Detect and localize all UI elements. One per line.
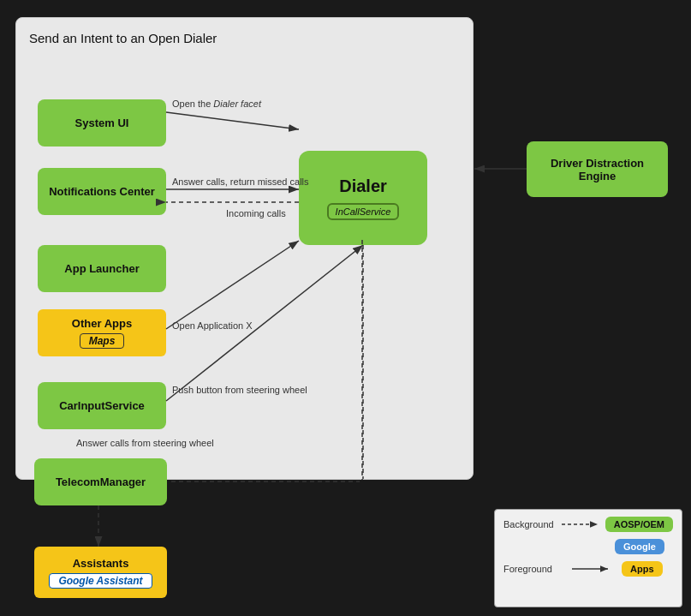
in-call-service-label: InCallService (327, 203, 400, 220)
answer-steering-label: Answer calls from steering wheel (76, 438, 214, 448)
telecom-box: TelecomManager (34, 458, 167, 505)
driver-distraction-box: Driver Distraction Engine (527, 141, 668, 197)
system-ui-box: System UI (38, 99, 166, 147)
open-dialer-label: Open the Dialer facet (172, 99, 261, 109)
open-app-label: Open Application X (172, 320, 253, 331)
aosp-label: AOSP/OEM (605, 517, 673, 532)
dialer-box: Dialer InCallService (299, 151, 427, 245)
background-label: Background (503, 519, 562, 529)
svg-line-2 (166, 112, 299, 129)
legend-box: Background AOSP/OEM Google Foreground Ap… (494, 509, 682, 607)
google-assistant-label: Google Assistant (49, 573, 152, 589)
legend-background-row: Background AOSP/OEM (503, 517, 673, 532)
svg-line-5 (166, 241, 299, 329)
other-apps-box: Other Apps Maps (38, 309, 166, 356)
foreground-label: Foreground (503, 564, 572, 574)
push-button-label: Push button from steering wheel (172, 385, 307, 395)
foreground-arrow-icon (572, 562, 615, 576)
google-label: Google (615, 539, 664, 554)
legend-google-row: Google (615, 539, 673, 554)
maps-label: Maps (80, 333, 125, 349)
diagram-title: Send an Intent to an Open Dialer (29, 31, 217, 45)
car-input-box: CarInputService (38, 382, 166, 429)
notifications-center-box: Notifications Center (38, 168, 166, 215)
background-arrow-icon (562, 517, 599, 531)
legend-foreground-row: Foreground Apps (503, 561, 673, 577)
main-diagram: Send an Intent to an Open Dialer System … (15, 17, 474, 480)
apps-label: Apps (622, 561, 663, 577)
incoming-calls-label: Incoming calls (226, 208, 286, 218)
assistants-box: Assistants Google Assistant (34, 547, 167, 598)
answer-calls-label: Answer calls, return missed calls (172, 176, 309, 187)
app-launcher-box: App Launcher (38, 245, 166, 292)
